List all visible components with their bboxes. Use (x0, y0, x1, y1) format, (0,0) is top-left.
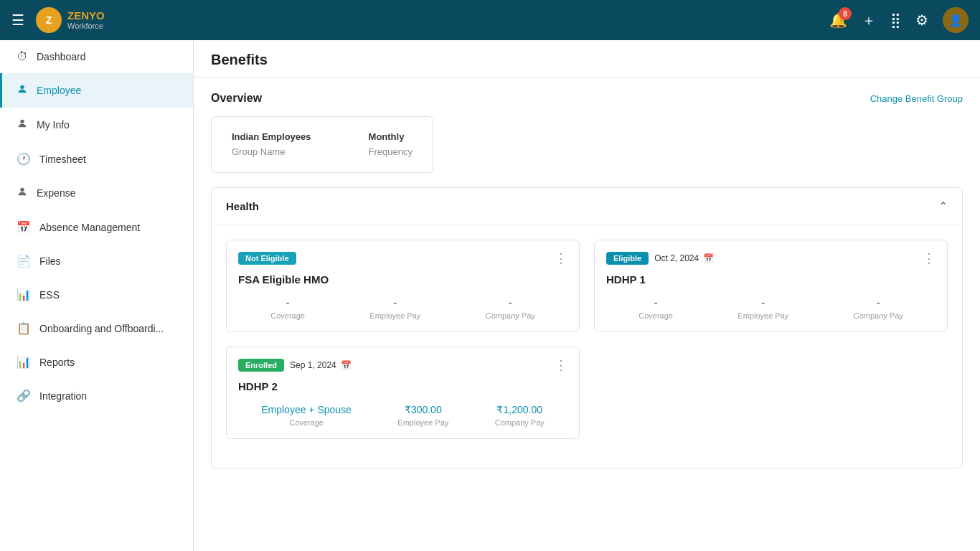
sidebar-item-label: Integration (39, 390, 87, 402)
sidebar-item-reports[interactable]: 📊 Reports (0, 345, 193, 379)
group-name-label: Group Name (232, 146, 285, 157)
sidebar-item-label: Dashboard (37, 51, 86, 62)
sidebar-item-myinfo[interactable]: My Info (0, 108, 193, 142)
enrolled-badge: Enrolled (238, 359, 284, 372)
card-name-hdhp1: HDHP 1 (606, 273, 936, 286)
group-name-field: Indian Employees Group Name (232, 131, 311, 158)
bottom-spacer (194, 486, 980, 514)
notification-icon[interactable]: 🔔 8 (829, 11, 847, 29)
cards-row-1: Not Eligible ⋮ FSA Eligible HMO - Covera… (226, 240, 948, 332)
enrolled-date-text: Sep 1, 2024 (290, 360, 336, 370)
company-pay-stat: ₹1,200.00 Company Pay (495, 404, 545, 427)
sidebar-item-absence[interactable]: 📅 Absence Management (0, 210, 193, 244)
sidebar-item-integration[interactable]: 🔗 Integration (0, 379, 193, 413)
main-layout: ⏱ Dashboard Employee My Info 🕐 Timesheet… (0, 40, 980, 551)
employee-icon (17, 83, 28, 98)
frequency-field: Monthly Frequency (369, 131, 413, 158)
benefit-card-hdhp1: Eligible Oct 2, 2024 📅 ⋮ HDHP 1 (594, 240, 948, 332)
coverage-stat: - Coverage (639, 297, 673, 320)
card-top-hdhp1: Eligible Oct 2, 2024 📅 ⋮ (606, 252, 936, 265)
eligible-date: Oct 2, 2024 📅 (654, 253, 714, 263)
sidebar-item-expense[interactable]: Expense (0, 176, 193, 210)
reports-icon: 📊 (17, 355, 31, 369)
integration-icon: 🔗 (17, 389, 31, 402)
employee-pay-stat: - Employee Pay (369, 297, 420, 320)
company-pay-stat: - Company Pay (486, 297, 535, 320)
calendar-icon-enrolled: 📅 (341, 360, 352, 370)
health-cards: Not Eligible ⋮ FSA Eligible HMO - Covera… (212, 225, 962, 468)
empty-space (594, 347, 948, 439)
overview-header: Overview Change Benefit Group (211, 92, 963, 105)
coverage-stat: - Coverage (270, 297, 305, 320)
coverage-label: Coverage (639, 311, 673, 320)
card-top-hdhp2: Enrolled Sep 1, 2024 📅 ⋮ (238, 359, 567, 372)
overview-title: Overview (211, 92, 262, 105)
sidebar-item-employee[interactable]: Employee (0, 73, 193, 108)
sidebar-item-label: Files (39, 255, 61, 267)
sidebar-item-label: Timesheet (39, 154, 86, 165)
apps-icon[interactable]: ⣿ (890, 11, 901, 29)
sidebar-item-files[interactable]: 📄 Files (0, 244, 193, 278)
sidebar-item-label: My Info (37, 119, 70, 131)
timesheet-icon: 🕐 (17, 152, 31, 166)
sidebar-item-label: Reports (39, 357, 75, 368)
company-pay-value: ₹1,200.00 (495, 404, 545, 415)
card-menu-hdhp2[interactable]: ⋮ (555, 359, 567, 372)
sidebar-item-label: Onboarding and Offboardi... (39, 323, 164, 334)
card-stats-hdhp2: Employee + Spouse Coverage ₹300.00 Emplo… (238, 404, 567, 427)
card-menu-fsa[interactable]: ⋮ (555, 252, 567, 265)
card-name-hdhp2: HDHP 2 (238, 380, 567, 392)
card-stats-fsa: - Coverage - Employee Pay - Company Pay (238, 297, 567, 320)
navbar-right: 🔔 8 ＋ ⣿ ⚙ 👤 (829, 7, 969, 33)
avatar[interactable]: 👤 (943, 7, 969, 33)
sidebar-item-label: Absence Management (39, 222, 140, 233)
hamburger-icon[interactable]: ☰ (11, 11, 24, 29)
company-pay-value: - (854, 297, 903, 309)
add-icon[interactable]: ＋ (862, 11, 876, 30)
sidebar-item-dashboard[interactable]: ⏱ Dashboard (0, 40, 193, 73)
card-name-fsa: FSA Eligible HMO (238, 273, 567, 286)
card-stats-hdhp1: - Coverage - Employee Pay - Company Pay (606, 297, 936, 320)
employee-pay-stat: - Employee Pay (738, 297, 788, 320)
employee-pay-label: Employee Pay (369, 311, 420, 320)
card-menu-hdhp1[interactable]: ⋮ (923, 252, 936, 265)
not-eligible-badge: Not Eligible (238, 252, 296, 265)
sidebar: ⏱ Dashboard Employee My Info 🕐 Timesheet… (0, 40, 194, 551)
company-pay-label: Company Pay (486, 311, 535, 320)
coverage-value: - (270, 297, 305, 309)
notification-badge: 8 (839, 7, 852, 20)
ess-icon: 📊 (17, 288, 31, 301)
coverage-label: Coverage (270, 311, 305, 320)
svg-point-0 (20, 85, 24, 89)
svg-point-2 (20, 188, 24, 192)
files-icon: 📄 (17, 254, 31, 268)
sidebar-item-timesheet[interactable]: 🕐 Timesheet (0, 142, 193, 176)
expense-icon (17, 186, 28, 200)
change-benefit-group-link[interactable]: Change Benefit Group (870, 93, 963, 104)
sidebar-item-onboarding[interactable]: 📋 Onboarding and Offboardi... (0, 311, 193, 345)
frequency-value: Monthly (369, 131, 413, 142)
coverage-label: Coverage (261, 418, 352, 427)
company-pay-value: - (486, 297, 535, 309)
frequency-label: Frequency (369, 146, 413, 157)
group-name-value: Indian Employees (232, 131, 311, 142)
health-title: Health (226, 200, 259, 212)
benefit-card-hdhp2: Enrolled Sep 1, 2024 📅 ⋮ HDHP 2 (226, 347, 580, 439)
logo: Z ZENYO Workforce (36, 7, 105, 33)
calendar-icon: 📅 (703, 253, 714, 263)
sidebar-item-ess[interactable]: 📊 ESS (0, 278, 193, 311)
sidebar-item-label: Employee (37, 85, 81, 96)
coverage-value: Employee + Spouse (261, 404, 352, 415)
employee-pay-stat: ₹300.00 Employee Pay (397, 404, 448, 427)
dashboard-icon: ⏱ (17, 50, 28, 63)
health-section: Health ⌃ Not Eligible ⋮ FSA Eligible HMO (211, 187, 963, 468)
collapse-button[interactable]: ⌃ (938, 199, 948, 213)
content-area: Benefits Overview Change Benefit Group I… (194, 40, 980, 551)
employee-pay-value: - (738, 297, 788, 309)
coverage-value: - (639, 297, 673, 309)
navbar: ☰ Z ZENYO Workforce 🔔 8 ＋ ⣿ ⚙ 👤 (0, 0, 980, 40)
settings-icon[interactable]: ⚙ (915, 11, 928, 29)
page-title: Benefits (211, 52, 963, 68)
cards-row-2: Enrolled Sep 1, 2024 📅 ⋮ HDHP 2 (226, 347, 948, 439)
employee-pay-value: ₹300.00 (397, 404, 448, 415)
